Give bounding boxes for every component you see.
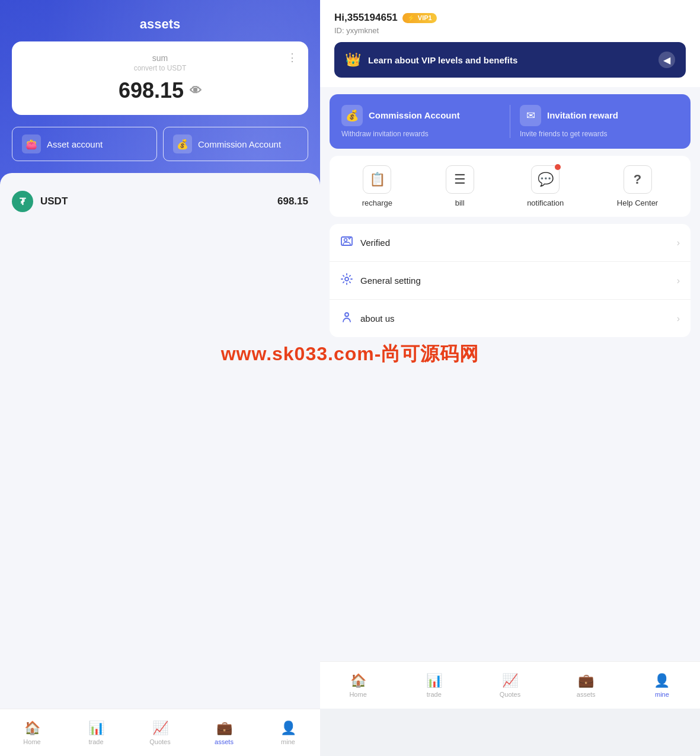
right-scroll: 💰 Commission Account Withdraw invitation… [320, 87, 700, 661]
nav-mine-left[interactable]: 👤 mine [256, 720, 320, 745]
vip-banner-arrow-icon: ◀ [659, 52, 675, 68]
money-icon: 💰 [173, 134, 192, 153]
mine-icon-left: 👤 [280, 720, 296, 736]
commission-title-text: Commission Account [369, 110, 460, 120]
nav-assets-right[interactable]: 💼 assets [548, 673, 624, 698]
right-panel: Hi,355194651 ⚡ VIP1 ID: yxymknet 👑 Learn… [320, 0, 700, 709]
left-content-area: ₮ USDT 698.15 [0, 173, 320, 709]
notification-icon: 💬 [538, 172, 554, 187]
help-icon: ? [634, 172, 641, 187]
nav-mine-right[interactable]: 👤 mine [624, 673, 700, 698]
general-setting-arrow-icon: › [677, 276, 680, 286]
commission-section: 💰 Commission Account Withdraw invitation… [330, 94, 691, 149]
invitation-title: Invitation reward [547, 110, 618, 121]
sum-label: sum [26, 53, 294, 63]
invitation-title-text: Invitation reward [547, 110, 618, 120]
verified-arrow-icon: › [677, 238, 680, 248]
commission-block[interactable]: 💰 Commission Account Withdraw invitation… [341, 105, 500, 138]
recharge-action[interactable]: 📋 recharge [362, 165, 392, 207]
balance-value: 698.15 [119, 78, 184, 103]
vip-label: VIP1 [418, 14, 432, 21]
invitation-block-header: ✉ Invitation reward [520, 105, 679, 126]
nav-home-right[interactable]: 🏠 Home [320, 673, 396, 698]
assets-icon-right: 💼 [578, 673, 594, 688]
assets-icon-left: 💼 [216, 720, 232, 736]
home-icon-right: 🏠 [350, 673, 366, 688]
verified-menu-item[interactable]: Verified › [330, 224, 691, 262]
quotes-label-right: Quotes [500, 691, 520, 698]
assets-label-right: assets [577, 691, 596, 698]
about-icon [340, 310, 353, 326]
commission-account-button[interactable]: 💰 Commission Account [163, 127, 308, 161]
vip-banner-left: 👑 Learn about VIP levels and benefits [345, 52, 517, 68]
eye-icon[interactable]: 👁 [190, 84, 202, 98]
usdt-symbol: ₮ [20, 196, 25, 207]
nav-home-left[interactable]: 🏠 Home [0, 720, 64, 745]
commission-divider [510, 105, 510, 138]
mine-icon-right: 👤 [654, 673, 670, 688]
convert-label: convert to USDT [26, 64, 294, 72]
verified-icon [340, 235, 353, 251]
asset-account-button[interactable]: 👛 Asset account [12, 127, 157, 161]
nav-trade-left[interactable]: 📊 trade [64, 720, 128, 745]
home-label-right: Home [349, 691, 366, 698]
notification-dot [555, 164, 561, 170]
mine-label-left: mine [281, 738, 295, 745]
bill-icon: ☰ [454, 172, 466, 187]
recharge-label: recharge [362, 198, 392, 207]
invitation-icon: ✉ [520, 105, 541, 126]
quick-actions: 📋 recharge ☰ bill 💬 no [330, 156, 691, 217]
vip-banner[interactable]: 👑 Learn about VIP levels and benefits ◀ [334, 42, 686, 78]
invitation-subtitle: Invite friends to get rewards [520, 130, 679, 138]
usdt-row: ₮ USDT 698.15 [12, 185, 308, 218]
bill-action[interactable]: ☰ bill [446, 165, 474, 207]
home-icon-left: 🏠 [24, 720, 40, 736]
user-id: ID: yxymknet [334, 26, 686, 35]
commission-block-header: 💰 Commission Account [341, 105, 500, 126]
about-us-left: about us [340, 310, 395, 326]
quotes-icon-right: 📈 [502, 673, 518, 688]
trade-icon-right: 📊 [426, 673, 442, 688]
recharge-icon-box: 📋 [363, 165, 391, 194]
user-greeting: Hi,355194651 ⚡ VIP1 [334, 12, 686, 24]
bill-icon-box: ☰ [446, 165, 474, 194]
help-action[interactable]: ? Help Center [617, 165, 658, 207]
usdt-logo: ₮ [12, 191, 33, 212]
bottom-nav-left: 🏠 Home 📊 trade 📈 Quotes 💼 assets 👤 mine [0, 709, 320, 756]
nav-quotes-left[interactable]: 📈 Quotes [128, 720, 192, 745]
card-menu-icon[interactable]: ⋮ [287, 51, 299, 64]
crown-icon: ⚡ [407, 14, 415, 22]
commission-subtitle: Withdraw invitation rewards [341, 130, 500, 138]
notification-icon-box: 💬 [531, 165, 560, 194]
right-header: Hi,355194651 ⚡ VIP1 ID: yxymknet 👑 Learn… [320, 0, 700, 87]
about-us-menu-item[interactable]: about us › [330, 300, 691, 337]
wallet-icon: 👛 [22, 134, 41, 153]
nav-assets-left[interactable]: 💼 assets [192, 720, 256, 745]
balance-amount: 698.15 👁 [26, 78, 294, 103]
bill-label: bill [455, 198, 465, 207]
about-us-label: about us [360, 313, 395, 323]
commission-title: Commission Account [369, 110, 460, 121]
general-setting-label: General setting [360, 276, 421, 286]
balance-card: ⋮ sum convert to USDT 698.15 👁 [12, 41, 308, 115]
help-label: Help Center [617, 198, 658, 207]
home-label-left: Home [23, 738, 40, 745]
commission-account-label: Commission Account [198, 139, 281, 149]
general-setting-left: General setting [340, 273, 421, 289]
usdt-amount: 698.15 [277, 196, 308, 207]
vip-badge: ⚡ VIP1 [402, 13, 437, 23]
help-icon-box: ? [624, 165, 652, 194]
general-setting-menu-item[interactable]: General setting › [330, 262, 691, 300]
left-panel: assets ⋮ sum convert to USDT 698.15 👁 👛 … [0, 0, 320, 709]
about-us-arrow-icon: › [677, 313, 680, 324]
nav-trade-right[interactable]: 📊 trade [396, 673, 472, 698]
nav-quotes-right[interactable]: 📈 Quotes [472, 673, 548, 698]
invitation-block[interactable]: ✉ Invitation reward Invite friends to ge… [520, 105, 679, 138]
trade-icon-left: 📊 [88, 720, 104, 736]
crown-icon: 👑 [345, 52, 361, 68]
vip-banner-text: Learn about VIP levels and benefits [368, 55, 517, 65]
notification-action[interactable]: 💬 notification [527, 165, 564, 207]
svg-point-3 [345, 313, 349, 316]
trade-label-right: trade [427, 691, 442, 698]
asset-account-label: Asset account [47, 139, 103, 149]
